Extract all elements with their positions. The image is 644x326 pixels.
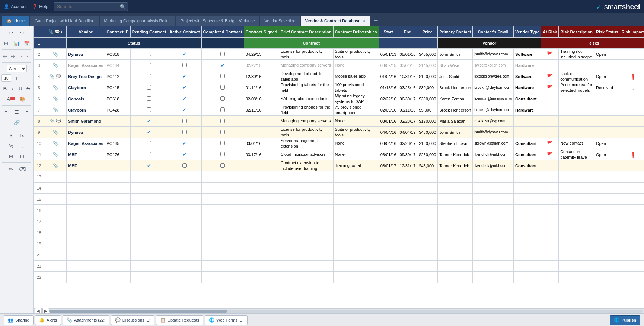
cell-deliverables[interactable]: Mobile sales app	[333, 71, 379, 82]
empty-cell[interactable]	[333, 194, 379, 205]
empty-cell[interactable]	[514, 216, 541, 227]
col-header-start[interactable]: Start	[379, 26, 398, 38]
cell-risk-impact[interactable]: ❗	[620, 149, 644, 160]
cell-risk-status[interactable]: Resolved	[594, 82, 620, 93]
empty-cell[interactable]	[473, 171, 514, 183]
tab-vendor-contract[interactable]: Vendor & Contract Database ✕	[301, 16, 370, 26]
row-comment-icon[interactable]: 💬	[56, 74, 61, 78]
cell-risk-impact[interactable]	[620, 60, 644, 71]
empty-cell[interactable]	[438, 249, 473, 261]
empty-cell[interactable]	[417, 249, 438, 261]
cell-primary-contact[interactable]: Tanner Kendrick	[438, 149, 473, 160]
empty-cell[interactable]	[438, 205, 473, 216]
cell-brief[interactable]: Managing company servers	[279, 116, 333, 127]
cell-risk-status[interactable]	[594, 127, 620, 138]
cell-signed[interactable]: 03/01/16	[244, 138, 279, 149]
empty-cell[interactable]	[168, 272, 201, 283]
hscroll-thumb[interactable]	[49, 310, 227, 313]
empty-cell[interactable]	[620, 261, 644, 272]
empty-cell[interactable]	[244, 183, 279, 194]
cell-vendor-type[interactable]: Hardware	[514, 60, 541, 71]
cell-active[interactable]	[168, 60, 201, 71]
cell-signed[interactable]	[244, 160, 279, 171]
empty-cell[interactable]	[398, 272, 417, 283]
cell-vendor[interactable]: MBF	[67, 149, 105, 160]
cell-vendor[interactable]: Brey Tree Design	[67, 71, 105, 82]
cell-primary-contact[interactable]: John Smith	[438, 49, 473, 60]
cell-start[interactable]: 05/01/13	[379, 49, 398, 60]
empty-cell[interactable]	[379, 227, 398, 238]
cell-active[interactable]: ✔	[168, 149, 201, 160]
empty-cell[interactable]	[438, 194, 473, 205]
cell-primary-contact[interactable]: Shari Wise	[438, 60, 473, 71]
col-header-vtype[interactable]: Vendor Type	[514, 26, 541, 38]
empty-cell[interactable]	[594, 272, 620, 283]
cell-vendor[interactable]: Clayborn	[67, 104, 105, 116]
empty-cell[interactable]	[473, 183, 514, 194]
cell-completed[interactable]	[201, 127, 244, 138]
font-size-increase[interactable]: +	[12, 74, 22, 83]
empty-cell[interactable]	[44, 272, 67, 283]
cell-contract-id[interactable]	[105, 127, 130, 138]
empty-cell[interactable]	[105, 194, 130, 205]
tab-schedule[interactable]: Project with Schedule & Budget Variance	[176, 16, 259, 26]
insert-row-button[interactable]: ⊕	[1, 52, 9, 61]
empty-cell[interactable]	[201, 261, 244, 272]
empty-cell[interactable]	[105, 272, 130, 283]
empty-cell[interactable]	[333, 238, 379, 249]
empty-cell[interactable]	[44, 238, 67, 249]
cell-brief[interactable]: Server management extension	[279, 138, 333, 149]
cell-active[interactable]	[168, 116, 201, 127]
empty-cell[interactable]	[541, 205, 559, 216]
col-header-vendor[interactable]: Vendor	[67, 26, 105, 38]
empty-cell[interactable]	[417, 205, 438, 216]
cell-price[interactable]: $30,000	[417, 82, 438, 93]
cell-vendor[interactable]: Smith Garamond	[67, 116, 105, 127]
empty-cell[interactable]	[417, 183, 438, 194]
tab-close-icon[interactable]: ✕	[363, 19, 366, 23]
empty-cell[interactable]	[244, 205, 279, 216]
delete-row-button[interactable]: ⊖	[9, 52, 16, 61]
cell-price[interactable]: $405,000	[417, 49, 438, 60]
empty-cell[interactable]	[379, 272, 398, 283]
outdent-button[interactable]: ←	[25, 52, 32, 61]
col-header-pending[interactable]: Pending Contract	[130, 26, 168, 38]
empty-cell[interactable]	[620, 171, 644, 183]
cell-deliverables[interactable]: None	[333, 60, 379, 71]
cell-at-risk[interactable]	[541, 127, 559, 138]
empty-cell[interactable]	[44, 205, 67, 216]
cell-email[interactable]: sbrown@kagan.com	[473, 138, 514, 149]
col-header-email[interactable]: Contact's Email	[473, 26, 514, 38]
cell-pending[interactable]	[130, 149, 168, 160]
empty-cell[interactable]	[514, 183, 541, 194]
empty-cell[interactable]	[67, 261, 105, 272]
cell-primary-contact[interactable]: Stephen Brown	[438, 138, 473, 149]
empty-cell[interactable]	[201, 272, 244, 283]
empty-cell[interactable]	[379, 216, 398, 227]
empty-cell[interactable]	[168, 183, 201, 194]
empty-cell[interactable]	[379, 249, 398, 261]
empty-cell[interactable]	[44, 261, 67, 272]
cell-risk-status[interactable]	[594, 160, 620, 171]
empty-cell[interactable]	[333, 205, 379, 216]
cell-risk-desc[interactable]: Contact on paternity leave	[559, 149, 594, 160]
empty-cell[interactable]	[379, 194, 398, 205]
cell-signed[interactable]	[244, 116, 279, 127]
empty-cell[interactable]	[333, 261, 379, 272]
cell-price[interactable]: $250,000	[417, 149, 438, 160]
cell-at-risk[interactable]: 🚩	[541, 71, 559, 82]
cell-primary-contact[interactable]: Karen Zeman	[438, 93, 473, 104]
cell-risk-impact[interactable]	[620, 160, 644, 171]
empty-cell[interactable]	[44, 216, 67, 227]
cell-risk-impact[interactable]: ↓	[620, 82, 644, 93]
empty-cell[interactable]	[594, 171, 620, 183]
cell-completed[interactable]	[201, 104, 244, 116]
cell-deliverables[interactable]: 100 provisioned tablets	[333, 82, 379, 93]
cell-risk-desc[interactable]	[559, 160, 594, 171]
empty-cell[interactable]	[620, 205, 644, 216]
cell-end[interactable]: 03/11/16	[398, 104, 417, 116]
cell-email[interactable]: jscold@breytree.com	[473, 71, 514, 82]
cell-risk-impact[interactable]: —	[620, 138, 644, 149]
empty-cell[interactable]	[67, 183, 105, 194]
empty-cell[interactable]	[398, 261, 417, 272]
